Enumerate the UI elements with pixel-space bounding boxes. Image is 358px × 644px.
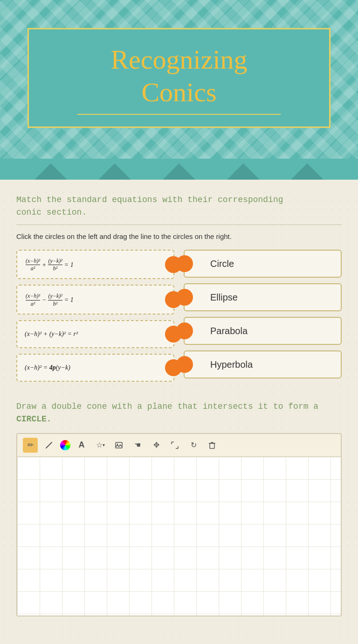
label-box-parabola[interactable]: Parabola — [184, 317, 342, 345]
label-hyperbola: Hyperbola — [210, 359, 253, 370]
svg-line-0 — [46, 442, 52, 448]
eraser-tool[interactable] — [41, 438, 56, 453]
equation-box-2[interactable]: (x−h)² a² − (y−k)² b² = 1 — [16, 285, 174, 314]
equation-4-text: (x−h)² = 4p(y−k) — [25, 364, 70, 371]
star-tool[interactable]: ☆▾ — [93, 438, 108, 453]
drawing-toolbar: ✏ A ☆▾ ☚ — [17, 434, 341, 457]
eraser-icon — [45, 441, 53, 449]
equation-box-3[interactable]: (x−h)² + (y−k)² = r² — [16, 320, 174, 348]
right-dot-2[interactable] — [176, 289, 193, 306]
equation-box-4[interactable]: (x−h)² = 4p(y−k) — [16, 354, 174, 382]
labels-column: Circle Ellipse Parabola Hyperbola — [184, 250, 342, 382]
section2: Draw a double cone with a plane that int… — [16, 400, 342, 616]
equation-2-text: (x−h)² a² − (y−k)² b² = 1 — [25, 292, 74, 307]
right-dot-4[interactable] — [176, 356, 193, 373]
triangle-icon — [227, 163, 260, 180]
image-tool[interactable] — [111, 438, 126, 453]
hand-tool[interactable]: ☚ — [130, 438, 145, 453]
label-box-circle[interactable]: Circle — [184, 250, 342, 278]
svg-rect-7 — [210, 443, 214, 448]
equation-3-text: (x−h)² + (y−k)² = r² — [25, 330, 78, 338]
drag-instruction: Click the circles on the left and drag t… — [16, 232, 342, 240]
right-dot-1[interactable] — [176, 255, 193, 272]
triangle-decoration — [0, 159, 358, 180]
color-picker-tool[interactable] — [60, 440, 70, 450]
main-content: Match the standard equations with their … — [0, 180, 358, 644]
section2-highlight: CIRCLE. — [16, 414, 52, 424]
section2-title: Draw a double cone with a plane that int… — [16, 400, 342, 426]
triangle-icon — [34, 163, 67, 180]
equation-box-1[interactable]: (x−h)² a² + (y−k)² b² = 1 — [16, 250, 174, 279]
triangle-icon — [163, 163, 195, 180]
title-card: Recognizing Conics — [28, 28, 330, 128]
text-tool[interactable]: A — [74, 438, 89, 453]
instruction-text: Match the standard equations with their … — [16, 194, 342, 219]
label-circle: Circle — [210, 259, 234, 269]
image-icon — [115, 441, 123, 449]
expand-tool[interactable] — [167, 438, 182, 453]
triangle-icon — [98, 163, 131, 180]
redo-tool[interactable]: ↻ — [186, 438, 201, 453]
expand-icon — [171, 441, 179, 449]
label-box-ellipse[interactable]: Ellipse — [184, 283, 342, 311]
label-parabola: Parabola — [210, 326, 248, 336]
right-dot-3[interactable] — [176, 322, 193, 339]
trash-icon — [208, 441, 216, 449]
pencil-tool[interactable]: ✏ — [23, 438, 38, 453]
triangle-icon — [291, 163, 324, 180]
matching-area: (x−h)² a² + (y−k)² b² = 1 — [16, 250, 342, 382]
move-tool[interactable]: ✥ — [149, 438, 164, 453]
section-divider — [16, 224, 342, 225]
equations-column: (x−h)² a² + (y−k)² b² = 1 — [16, 250, 174, 382]
drawing-area: ✏ A ☆▾ ☚ — [16, 433, 342, 616]
equation-1-text: (x−h)² a² + (y−k)² b² = 1 — [25, 257, 74, 272]
label-box-hyperbola[interactable]: Hyperbola — [184, 350, 342, 378]
drawing-canvas[interactable] — [17, 457, 341, 616]
trash-tool[interactable] — [205, 438, 220, 453]
page-title: Recognizing Conics — [52, 43, 306, 108]
title-underline — [77, 114, 280, 115]
label-ellipse: Ellipse — [210, 292, 238, 303]
svg-rect-1 — [116, 442, 122, 448]
